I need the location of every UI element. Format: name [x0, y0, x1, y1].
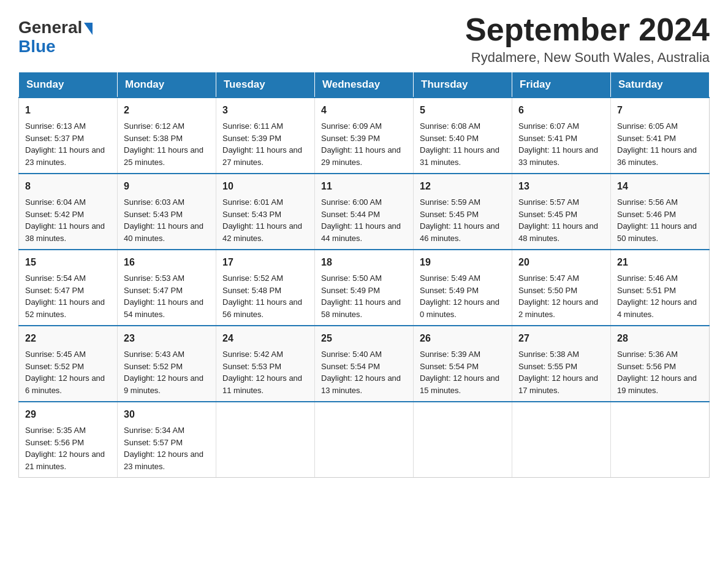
day-number: 5 — [420, 103, 506, 118]
sunrise-text: Sunrise: 5:54 AM — [25, 272, 111, 285]
sunrise-text: Sunrise: 6:00 AM — [321, 196, 407, 209]
daylight-text: Daylight: 12 hours and 15 minutes. — [420, 372, 506, 396]
sunrise-text: Sunrise: 5:56 AM — [617, 196, 703, 209]
table-row: 13Sunrise: 5:57 AMSunset: 5:45 PMDayligh… — [512, 174, 611, 250]
day-number: 9 — [124, 179, 210, 194]
day-number: 7 — [617, 103, 703, 118]
table-row: 28Sunrise: 5:36 AMSunset: 5:56 PMDayligh… — [611, 326, 710, 402]
daylight-text: Daylight: 11 hours and 54 minutes. — [124, 296, 210, 320]
daylight-text: Daylight: 11 hours and 27 minutes. — [222, 144, 308, 168]
daylight-text: Daylight: 12 hours and 19 minutes. — [617, 372, 703, 396]
daylight-text: Daylight: 11 hours and 48 minutes. — [518, 220, 604, 244]
logo-blue: Blue — [18, 37, 56, 56]
sunset-text: Sunset: 5:43 PM — [222, 209, 308, 221]
sunset-text: Sunset: 5:44 PM — [321, 209, 407, 221]
day-number: 23 — [124, 331, 210, 346]
day-number: 4 — [321, 103, 407, 118]
table-row: 24Sunrise: 5:42 AMSunset: 5:53 PMDayligh… — [216, 326, 315, 402]
sunset-text: Sunset: 5:56 PM — [617, 361, 703, 373]
day-number: 3 — [222, 103, 308, 118]
table-row: 23Sunrise: 5:43 AMSunset: 5:52 PMDayligh… — [118, 326, 216, 402]
sunrise-text: Sunrise: 6:07 AM — [518, 120, 604, 132]
daylight-text: Daylight: 12 hours and 0 minutes. — [420, 296, 506, 320]
daylight-text: Daylight: 12 hours and 11 minutes. — [222, 372, 308, 396]
sunset-text: Sunset: 5:51 PM — [617, 285, 703, 297]
daylight-text: Daylight: 11 hours and 31 minutes. — [420, 144, 506, 168]
sunrise-text: Sunrise: 5:57 AM — [518, 196, 604, 209]
daylight-text: Daylight: 11 hours and 29 minutes. — [321, 144, 407, 168]
daylight-text: Daylight: 12 hours and 2 minutes. — [518, 296, 604, 320]
daylight-text: Daylight: 12 hours and 17 minutes. — [518, 372, 604, 396]
table-row: 1Sunrise: 6:13 AMSunset: 5:37 PMDaylight… — [19, 98, 118, 174]
sunset-text: Sunset: 5:54 PM — [420, 361, 506, 373]
table-row: 27Sunrise: 5:38 AMSunset: 5:55 PMDayligh… — [512, 326, 611, 402]
sunset-text: Sunset: 5:39 PM — [222, 132, 308, 145]
sunset-text: Sunset: 5:37 PM — [25, 132, 111, 145]
day-number: 29 — [25, 407, 111, 422]
sunset-text: Sunset: 5:56 PM — [25, 437, 111, 449]
sunrise-text: Sunrise: 5:42 AM — [222, 348, 308, 361]
logo-general: General — [18, 18, 82, 37]
title-block: September 2024 Rydalmere, New South Wale… — [465, 12, 710, 66]
daylight-text: Daylight: 11 hours and 25 minutes. — [124, 144, 210, 168]
sunrise-text: Sunrise: 6:03 AM — [124, 196, 210, 209]
day-number: 27 — [518, 331, 604, 346]
sunrise-text: Sunrise: 5:38 AM — [518, 348, 604, 361]
table-row — [611, 402, 710, 478]
sunset-text: Sunset: 5:40 PM — [420, 132, 506, 145]
table-row: 9Sunrise: 6:03 AMSunset: 5:43 PMDaylight… — [118, 174, 216, 250]
calendar-week-row: 1Sunrise: 6:13 AMSunset: 5:37 PMDaylight… — [19, 98, 710, 174]
daylight-text: Daylight: 12 hours and 6 minutes. — [25, 372, 111, 396]
daylight-text: Daylight: 11 hours and 44 minutes. — [321, 220, 407, 244]
sunset-text: Sunset: 5:52 PM — [25, 361, 111, 373]
sunrise-text: Sunrise: 5:53 AM — [124, 272, 210, 285]
table-row: 14Sunrise: 5:56 AMSunset: 5:46 PMDayligh… — [611, 174, 710, 250]
day-number: 17 — [222, 255, 308, 270]
sunrise-text: Sunrise: 5:46 AM — [617, 272, 703, 285]
sunrise-text: Sunrise: 5:43 AM — [124, 348, 210, 361]
daylight-text: Daylight: 12 hours and 21 minutes. — [25, 448, 111, 472]
calendar-week-row: 15Sunrise: 5:54 AMSunset: 5:47 PMDayligh… — [19, 250, 710, 326]
table-row: 5Sunrise: 6:08 AMSunset: 5:40 PMDaylight… — [414, 98, 512, 174]
calendar-header-row: Sunday Monday Tuesday Wednesday Thursday… — [19, 72, 710, 98]
daylight-text: Daylight: 11 hours and 50 minutes. — [617, 220, 703, 244]
daylight-text: Daylight: 12 hours and 13 minutes. — [321, 372, 407, 396]
logo: General Blue — [18, 18, 93, 56]
daylight-text: Daylight: 12 hours and 23 minutes. — [124, 448, 210, 472]
table-row — [512, 402, 611, 478]
table-row: 21Sunrise: 5:46 AMSunset: 5:51 PMDayligh… — [611, 250, 710, 326]
table-row — [414, 402, 512, 478]
sunset-text: Sunset: 5:41 PM — [617, 132, 703, 145]
sunrise-text: Sunrise: 5:39 AM — [420, 348, 506, 361]
page-header: General Blue September 2024 Rydalmere, N… — [18, 12, 710, 66]
sunset-text: Sunset: 5:43 PM — [124, 209, 210, 221]
sunset-text: Sunset: 5:42 PM — [25, 209, 111, 221]
table-row: 4Sunrise: 6:09 AMSunset: 5:39 PMDaylight… — [315, 98, 414, 174]
sunrise-text: Sunrise: 5:47 AM — [518, 272, 604, 285]
sunset-text: Sunset: 5:45 PM — [518, 209, 604, 221]
daylight-text: Daylight: 11 hours and 52 minutes. — [25, 296, 111, 320]
table-row: 17Sunrise: 5:52 AMSunset: 5:48 PMDayligh… — [216, 250, 315, 326]
daylight-text: Daylight: 11 hours and 42 minutes. — [222, 220, 308, 244]
daylight-text: Daylight: 11 hours and 33 minutes. — [518, 144, 604, 168]
day-number: 11 — [321, 179, 407, 194]
table-row — [315, 402, 414, 478]
day-number: 25 — [321, 331, 407, 346]
day-number: 6 — [518, 103, 604, 118]
sunrise-text: Sunrise: 5:59 AM — [420, 196, 506, 209]
sunset-text: Sunset: 5:39 PM — [321, 132, 407, 145]
table-row: 7Sunrise: 6:05 AMSunset: 5:41 PMDaylight… — [611, 98, 710, 174]
sunrise-text: Sunrise: 6:01 AM — [222, 196, 308, 209]
calendar-week-row: 29Sunrise: 5:35 AMSunset: 5:56 PMDayligh… — [19, 402, 710, 478]
day-number: 8 — [25, 179, 111, 194]
day-number: 22 — [25, 331, 111, 346]
daylight-text: Daylight: 11 hours and 36 minutes. — [617, 144, 703, 168]
table-row: 20Sunrise: 5:47 AMSunset: 5:50 PMDayligh… — [512, 250, 611, 326]
table-row — [216, 402, 315, 478]
day-number: 18 — [321, 255, 407, 270]
table-row: 30Sunrise: 5:34 AMSunset: 5:57 PMDayligh… — [118, 402, 216, 478]
day-number: 13 — [518, 179, 604, 194]
day-number: 20 — [518, 255, 604, 270]
table-row: 12Sunrise: 5:59 AMSunset: 5:45 PMDayligh… — [414, 174, 512, 250]
day-number: 21 — [617, 255, 703, 270]
